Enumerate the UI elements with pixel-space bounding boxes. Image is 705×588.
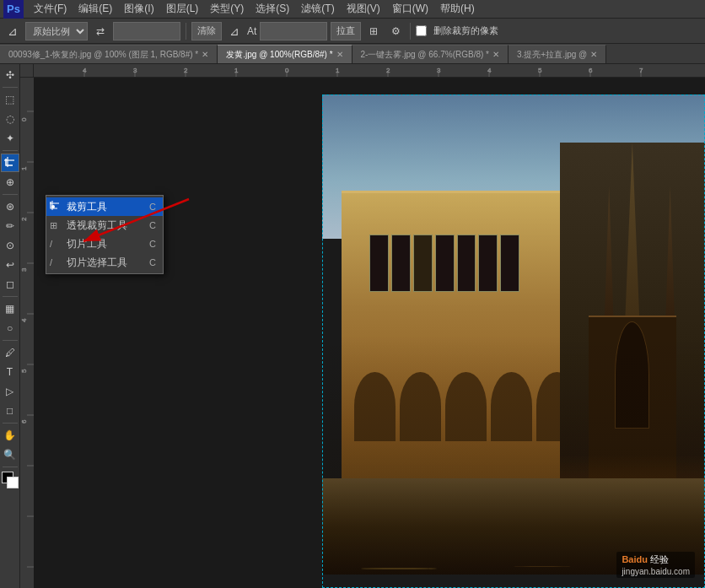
canvas-area[interactable]: 4 3 2 1 0 1 2 3 4 5 6 7 — [20, 64, 705, 588]
tool-brush[interactable]: ✏ — [1, 217, 19, 235]
baidu-url: jingyan.baidu.com — [622, 567, 690, 576]
tool-history-brush[interactable]: ↩ — [1, 256, 19, 274]
tab-2[interactable]: 2-一键去雾.jpg @ 66.7%(RGB/8) * ✕ — [352, 45, 509, 63]
swap-icon[interactable]: ⇄ — [91, 22, 110, 40]
svg-text:2: 2 — [386, 67, 390, 74]
tabbar: 00093修_1-恢复的.jpg @ 100% (图层 1, RGB/8#) *… — [0, 44, 705, 64]
tool-marquee[interactable]: ⬚ — [1, 90, 19, 109]
tool-flyout: 裁剪工具 C ⊞ 透视裁剪工具 C / 切片工具 C / 切片选择工具 C — [46, 195, 164, 274]
menubar: Ps 文件(F) 编辑(E) 图像(I) 图层(L) 类型(Y) 选择(S) 滤… — [0, 0, 705, 19]
flyout-item-slice-label: 切片工具 — [67, 237, 107, 251]
flyout-item-slice-select-shortcut: C — [149, 257, 156, 267]
straighten-button[interactable]: 拉直 — [331, 22, 361, 40]
tool-shape[interactable]: □ — [1, 402, 19, 420]
crop-icon[interactable]: ⊿ — [225, 22, 244, 40]
tool-lasso[interactable]: ◌ — [1, 110, 19, 128]
delete-cropped-label: 删除裁剪的像素 — [433, 24, 498, 37]
tab-1[interactable]: 发黄.jpg @ 100%(RGB/8#) * ✕ — [218, 45, 352, 63]
perspective-crop-icon: ⊞ — [50, 220, 57, 231]
tool-sep-7 — [3, 467, 18, 467]
flyout-item-crop[interactable]: 裁剪工具 C — [46, 197, 163, 216]
tab-0-label: 00093修_1-恢复的.jpg @ 100% (图层 1, RGB/8#) * — [8, 49, 198, 61]
tab-0-close[interactable]: ✕ — [202, 50, 208, 59]
tool-clone[interactable]: ⊙ — [1, 236, 19, 255]
svg-text:0: 0 — [285, 67, 289, 74]
flyout-item-perspective-shortcut: C — [149, 220, 156, 230]
grid-overlay-icon[interactable]: ⊞ — [364, 22, 383, 40]
tool-sep-5 — [3, 340, 18, 341]
settings-icon[interactable]: ⚙ — [386, 22, 405, 40]
tool-sep-3 — [3, 194, 18, 195]
tool-spot-heal[interactable]: ⊛ — [1, 197, 19, 216]
ratio-select[interactable]: 原始比例 — [25, 22, 88, 40]
tool-eyedropper[interactable]: ⊕ — [1, 173, 19, 192]
menu-image[interactable]: 图像(I) — [119, 0, 159, 18]
svg-text:6: 6 — [20, 419, 28, 423]
menu-help[interactable]: 帮助(H) — [435, 0, 480, 18]
flyout-item-crop-label: 裁剪工具 — [67, 200, 107, 214]
menu-filter[interactable]: 滤镜(T) — [296, 0, 339, 18]
flyout-item-slice-select-label: 切片选择工具 — [67, 256, 127, 270]
svg-text:5: 5 — [20, 369, 28, 373]
menu-window[interactable]: 窗口(W) — [387, 0, 433, 18]
slice-icon: / — [50, 239, 52, 249]
toolbar-separator-1 — [186, 23, 186, 40]
tool-eraser[interactable]: ◻ — [1, 275, 19, 294]
options-toolbar: ⊿ 原始比例 ⇄ 清除 ⊿ At 拉直 ⊞ ⚙ 删除裁剪的像素 — [0, 19, 705, 44]
ruler-top: 4 3 2 1 0 1 2 3 4 5 6 7 — [34, 64, 705, 78]
tool-pen[interactable]: 🖊 — [1, 343, 19, 362]
ruler-corner — [20, 64, 34, 78]
tab-3-label: 3.提亮+拉直.jpg @ — [517, 49, 587, 61]
baidu-exp-label: 经验 — [650, 554, 669, 564]
svg-text:1: 1 — [234, 67, 239, 74]
tab-1-close[interactable]: ✕ — [336, 50, 343, 59]
clear-button[interactable]: 清除 — [191, 22, 222, 40]
tool-move[interactable]: ✣ — [1, 66, 19, 84]
ruler-left: 0 1 2 3 4 5 6 — [20, 78, 34, 588]
tool-crop[interactable] — [1, 154, 19, 172]
menu-layer[interactable]: 图层(L) — [161, 0, 204, 18]
menu-type[interactable]: 类型(Y) — [205, 0, 249, 18]
svg-rect-25 — [20, 78, 34, 588]
baidu-watermark: Baidu 经验 jingyan.baidu.com — [616, 552, 695, 578]
tool-sep-6 — [3, 423, 18, 423]
menu-edit[interactable]: 编辑(E) — [73, 0, 117, 18]
slice-select-icon: / — [50, 257, 52, 267]
svg-text:1: 1 — [336, 67, 340, 74]
tab-2-close[interactable]: ✕ — [492, 50, 499, 59]
toolbar-separator-2 — [410, 23, 411, 40]
tool-hand[interactable]: ✋ — [1, 426, 19, 445]
tool-type[interactable]: T — [1, 363, 19, 381]
svg-text:5: 5 — [538, 67, 542, 74]
tool-sep-2 — [3, 150, 18, 151]
tab-3-close[interactable]: ✕ — [590, 50, 597, 59]
tool-path-select[interactable]: ▷ — [1, 382, 19, 401]
tool-zoom[interactable]: 🔍 — [1, 445, 19, 464]
at-label: At — [247, 25, 256, 37]
tab-3[interactable]: 3.提亮+拉直.jpg @ ✕ — [509, 45, 606, 63]
tool-sep-1 — [3, 87, 18, 88]
svg-text:3: 3 — [437, 67, 441, 74]
flyout-item-crop-shortcut: C — [149, 202, 156, 212]
svg-text:7: 7 — [639, 67, 643, 74]
menu-file[interactable]: 文件(F) — [29, 0, 72, 18]
svg-text:4: 4 — [20, 318, 28, 322]
delete-cropped-checkbox[interactable] — [416, 25, 427, 36]
canvas-background: Baidu 经验 jingyan.baidu.com — [34, 78, 705, 588]
flyout-item-perspective[interactable]: ⊞ 透视裁剪工具 C — [46, 216, 163, 235]
canvas-image — [322, 94, 705, 575]
tab-0[interactable]: 00093修_1-恢复的.jpg @ 100% (图层 1, RGB/8#) *… — [0, 45, 218, 63]
tool-magic-wand[interactable]: ✦ — [1, 129, 19, 148]
ps-logo: Ps — [3, 0, 24, 19]
menu-select[interactable]: 选择(S) — [250, 0, 294, 18]
tool-dodge[interactable]: ○ — [1, 319, 19, 337]
menu-view[interactable]: 视图(V) — [342, 0, 385, 18]
tool-preset-icon[interactable]: ⊿ — [3, 22, 22, 40]
tool-gradient[interactable]: ▦ — [1, 299, 19, 318]
flyout-item-slice[interactable]: / 切片工具 C — [46, 235, 163, 253]
svg-text:6: 6 — [589, 67, 593, 74]
svg-text:2: 2 — [184, 67, 188, 74]
foreground-color[interactable] — [2, 472, 19, 488]
svg-text:1: 1 — [20, 166, 28, 170]
flyout-item-slice-select[interactable]: / 切片选择工具 C — [46, 253, 163, 272]
